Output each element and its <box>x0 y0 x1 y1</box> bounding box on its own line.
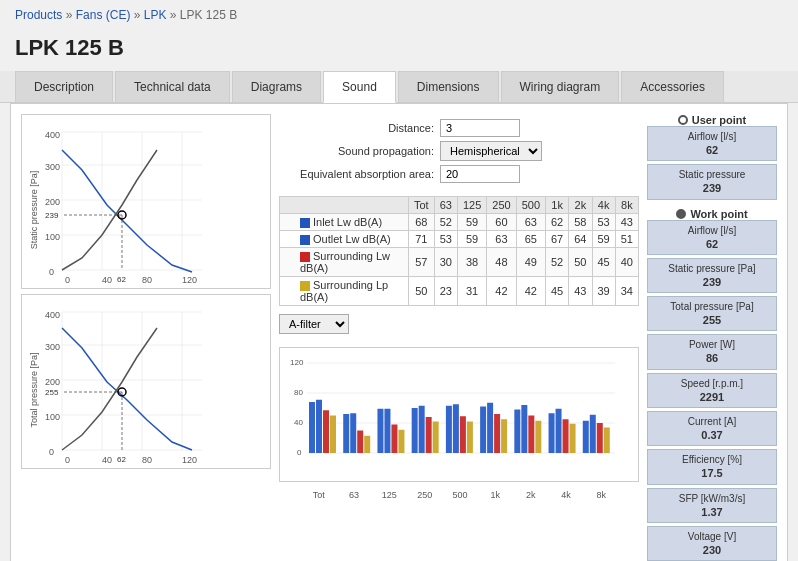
bar <box>563 420 569 454</box>
work-airflow-value: 62 <box>653 237 771 251</box>
work-sfp-value: 1.37 <box>653 505 771 519</box>
svg-text:Static pressure [Pa]: Static pressure [Pa] <box>29 171 39 250</box>
bar <box>521 405 527 453</box>
x-label: 4k <box>548 490 583 500</box>
distance-label: Distance: <box>279 122 434 134</box>
work-airflow-box: Airflow [l/s] 62 <box>647 220 777 255</box>
bar <box>433 422 439 454</box>
breadcrumb-lpk[interactable]: LPK <box>144 8 167 22</box>
form-area: Distance: Sound propagation: Hemispheric… <box>279 114 639 188</box>
breadcrumb-products[interactable]: Products <box>15 8 62 22</box>
work-total-pressure-value: 255 <box>653 313 771 327</box>
work-current-value: 0.37 <box>653 428 771 442</box>
bar <box>384 409 390 453</box>
work-speed-value: 2291 <box>653 390 771 404</box>
svg-text:40: 40 <box>102 455 112 465</box>
table-cell: 51 <box>615 231 638 248</box>
sound-propagation-select[interactable]: Hemispherical Spherical <box>440 141 542 161</box>
total-pressure-svg: Total pressure [Pa] 0 100 200 300 400 0 … <box>27 300 267 465</box>
tab-dimensions[interactable]: Dimensions <box>398 71 499 102</box>
table-cell: 49 <box>516 248 545 277</box>
user-static-pressure-box: Static pressure 239 <box>647 164 777 199</box>
filter-select[interactable]: A-filter No filter <box>279 314 349 334</box>
svg-text:400: 400 <box>45 310 60 320</box>
charts-column: Static pressure [Pa] 0 100 200 300 400 0… <box>21 114 271 561</box>
tab-description[interactable]: Description <box>15 71 113 102</box>
bar <box>419 406 425 453</box>
svg-text:62: 62 <box>117 275 126 284</box>
bar <box>583 421 589 453</box>
table-cell: 42 <box>487 277 516 306</box>
bar <box>398 430 404 453</box>
svg-text:200: 200 <box>45 197 60 207</box>
work-speed-box: Speed [r.p.m.] 2291 <box>647 373 777 408</box>
work-total-pressure-label: Total pressure [Pa] <box>653 300 771 313</box>
user-static-pressure-value: 239 <box>653 181 771 195</box>
work-point-radio[interactable] <box>676 209 686 219</box>
distance-input[interactable] <box>440 119 520 137</box>
table-cell: 65 <box>516 231 545 248</box>
work-current-label: Current [A] <box>653 415 771 428</box>
svg-text:400: 400 <box>45 130 60 140</box>
work-point-title: Work point <box>647 208 777 220</box>
svg-text:80: 80 <box>142 275 152 285</box>
bar <box>391 425 397 454</box>
table-cell: 64 <box>569 231 592 248</box>
svg-text:40: 40 <box>294 418 303 427</box>
table-cell: 57 <box>408 248 434 277</box>
equiv-absorption-input[interactable] <box>440 165 520 183</box>
breadcrumb-model: LPK 125 B <box>180 8 237 22</box>
bar <box>501 420 507 454</box>
table-cell: 34 <box>615 277 638 306</box>
table-cell: 58 <box>569 214 592 231</box>
svg-text:0: 0 <box>49 447 54 457</box>
svg-text:300: 300 <box>45 162 60 172</box>
table-cell: 63 <box>516 214 545 231</box>
bar <box>309 402 315 453</box>
user-point-section: User point Airflow [l/s] 62 Static press… <box>647 114 777 200</box>
svg-text:120: 120 <box>182 455 197 465</box>
x-label: 125 <box>372 490 407 500</box>
tab-diagrams[interactable]: Diagrams <box>232 71 321 102</box>
svg-text:100: 100 <box>45 412 60 422</box>
svg-text:0: 0 <box>65 275 70 285</box>
table-cell: 62 <box>546 214 569 231</box>
work-static-pressure-box: Static pressure [Pa] 239 <box>647 258 777 293</box>
table-cell: 67 <box>546 231 569 248</box>
table-cell: 38 <box>457 248 486 277</box>
tab-technical[interactable]: Technical data <box>115 71 230 102</box>
x-label: Tot <box>301 490 336 500</box>
svg-text:0: 0 <box>49 267 54 277</box>
layout: Static pressure [Pa] 0 100 200 300 400 0… <box>21 114 777 561</box>
static-pressure-svg: Static pressure [Pa] 0 100 200 300 400 0… <box>27 120 267 285</box>
svg-text:100: 100 <box>45 232 60 242</box>
tab-wiring[interactable]: Wiring diagram <box>501 71 620 102</box>
bar <box>357 431 363 454</box>
x-label: 2k <box>513 490 548 500</box>
svg-text:239: 239 <box>45 211 59 220</box>
tab-bar: Description Technical data Diagrams Soun… <box>0 71 798 103</box>
table-cell: 59 <box>457 231 486 248</box>
bar <box>556 409 562 453</box>
bar <box>446 406 452 453</box>
table-cell: 48 <box>487 248 516 277</box>
user-airflow-label: Airflow [l/s] <box>653 130 771 143</box>
svg-text:120: 120 <box>182 275 197 285</box>
work-total-pressure-box: Total pressure [Pa] 255 <box>647 296 777 331</box>
breadcrumb-fans[interactable]: Fans (CE) <box>76 8 131 22</box>
user-point-radio[interactable] <box>678 115 688 125</box>
table-cell: 50 <box>408 277 434 306</box>
table-cell: 45 <box>546 277 569 306</box>
bar-chart-container: 120 80 40 0 <box>279 347 639 482</box>
user-airflow-value: 62 <box>653 143 771 157</box>
table-cell: Surrounding Lp dB(A) <box>280 277 409 306</box>
table-cell: 30 <box>434 248 457 277</box>
work-power-label: Power [W] <box>653 338 771 351</box>
tab-sound[interactable]: Sound <box>323 71 396 103</box>
bar <box>604 428 610 454</box>
right-column: User point Airflow [l/s] 62 Static press… <box>647 114 777 561</box>
work-sfp-box: SFP [kW/m3/s] 1.37 <box>647 488 777 523</box>
tab-accessories[interactable]: Accessories <box>621 71 724 102</box>
table-cell: 52 <box>546 248 569 277</box>
center-column: Distance: Sound propagation: Hemispheric… <box>279 114 639 561</box>
